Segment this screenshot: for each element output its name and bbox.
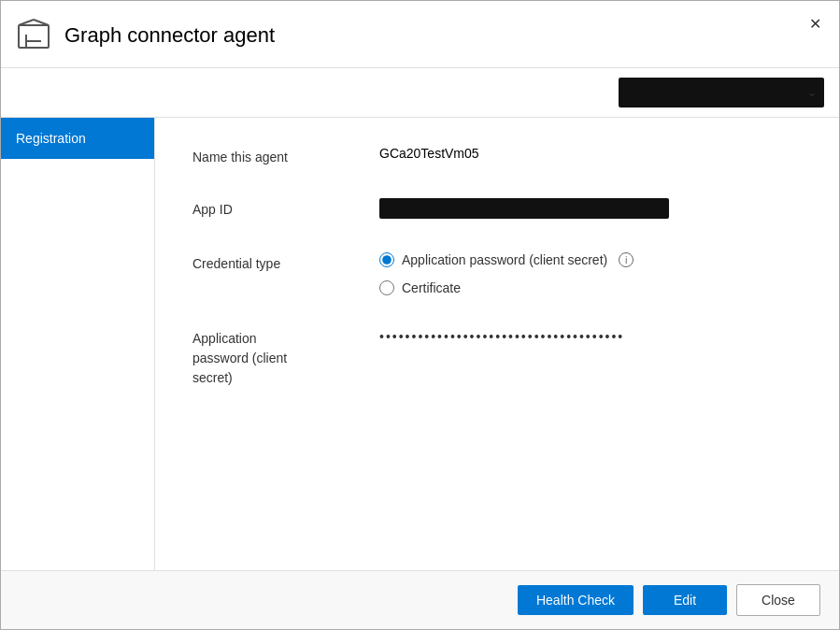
close-button[interactable]: Close	[736, 584, 820, 616]
radio-label-app-password: Application password (client secret)	[402, 252, 607, 267]
app-window: Graph connector agent ✕ ⌄ Registration N…	[0, 0, 840, 630]
value-app-password: ••••••••••••••••••••••••••••••••••••••	[379, 329, 802, 344]
dropdown-bar: ⌄	[1, 68, 839, 118]
app-icon	[16, 18, 51, 53]
form-row-name: Name this agent GCa20TestVm05	[192, 146, 802, 165]
title-bar-left: Graph connector agent	[16, 18, 275, 53]
radio-label-certificate: Certificate	[402, 280, 461, 295]
credential-options: Application password (client secret) i C…	[379, 252, 802, 295]
label-name-agent: Name this agent	[192, 146, 379, 165]
footer: Health Check Edit Close	[1, 570, 839, 629]
content-area: Name this agent GCa20TestVm05 App ID Cre…	[155, 118, 839, 570]
form-row-credential: Credential type Application password (cl…	[192, 252, 802, 295]
sidebar-item-registration[interactable]: Registration	[1, 118, 154, 159]
radio-option-app-password[interactable]: Application password (client secret) i	[379, 252, 802, 267]
form-row-password: Applicationpassword (clientsecret) •••••…	[192, 329, 802, 388]
edit-button[interactable]: Edit	[643, 585, 727, 615]
title-bar: Graph connector agent ✕	[1, 1, 839, 68]
value-name-agent: GCa20TestVm05	[379, 146, 802, 161]
radio-certificate[interactable]	[379, 280, 394, 295]
value-app-id	[379, 198, 802, 219]
main-body: Registration Name this agent GCa20TestVm…	[1, 118, 839, 570]
label-credential-type: Credential type	[192, 252, 379, 271]
svg-rect-0	[19, 25, 49, 48]
form-row-appid: App ID	[192, 198, 802, 219]
radio-app-password[interactable]	[379, 252, 394, 267]
account-dropdown[interactable]	[619, 78, 824, 107]
label-app-id: App ID	[192, 198, 379, 217]
label-app-password: Applicationpassword (clientsecret)	[192, 329, 379, 388]
radio-option-certificate[interactable]: Certificate	[379, 280, 802, 295]
app-id-bar	[379, 198, 669, 219]
password-dots: ••••••••••••••••••••••••••••••••••••••	[379, 329, 624, 344]
health-check-button[interactable]: Health Check	[518, 585, 634, 615]
account-dropdown-wrapper[interactable]: ⌄	[619, 78, 824, 107]
window-close-button[interactable]: ✕	[802, 10, 828, 36]
window-title: Graph connector agent	[64, 23, 275, 48]
sidebar: Registration	[1, 118, 155, 570]
info-icon-app-password[interactable]: i	[619, 252, 634, 267]
